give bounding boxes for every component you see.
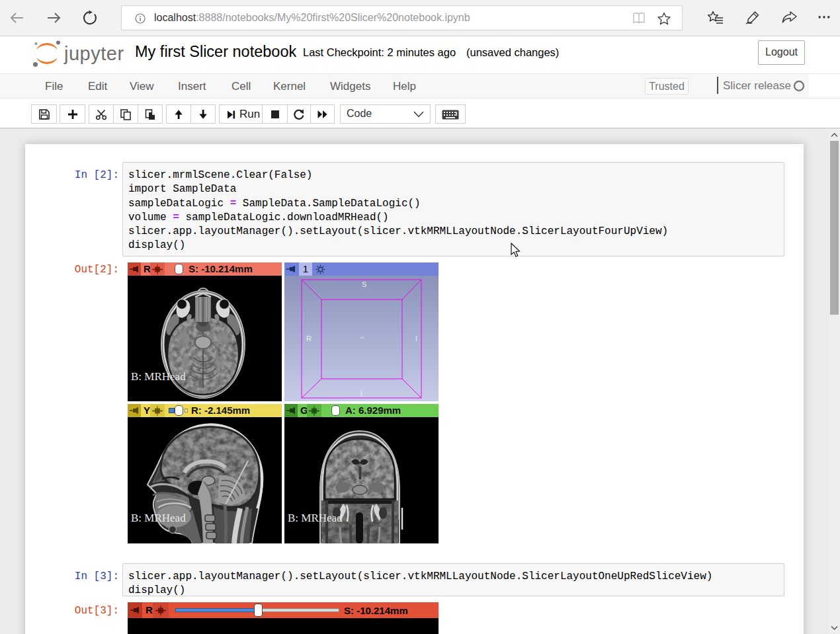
svg-text:R: R	[306, 335, 312, 342]
svg-text:I: I	[360, 389, 362, 397]
svg-text:I: I	[415, 335, 417, 342]
svg-text:S: S	[362, 280, 366, 288]
